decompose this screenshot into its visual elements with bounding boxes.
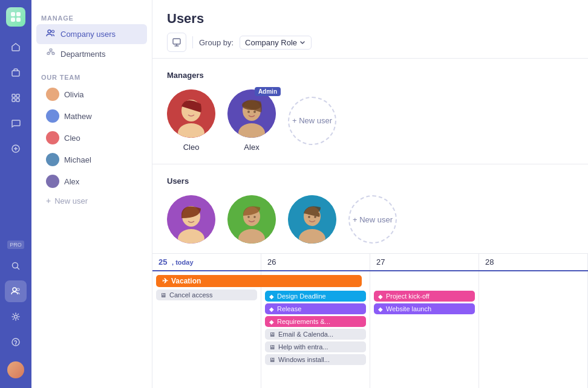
search-nav-icon[interactable] <box>5 255 27 277</box>
svg-point-13 <box>15 315 18 318</box>
svg-point-38 <box>247 216 250 218</box>
managers-row: Cleo <box>167 89 573 152</box>
cal-col-28 <box>479 271 588 388</box>
member-card-alex[interactable]: Admin Alex <box>227 89 276 152</box>
company-users-label: Company users <box>60 30 116 39</box>
users-nav-icon[interactable] <box>5 280 27 302</box>
vacation-icon: ✈ <box>162 277 168 285</box>
users-icon <box>46 28 56 40</box>
mathew-large-avatar <box>227 195 276 244</box>
member-card-mathew[interactable] <box>227 195 276 244</box>
briefcase-nav-icon[interactable] <box>5 62 27 83</box>
svg-rect-3 <box>16 18 21 22</box>
group-by-label: Group by: <box>199 38 234 47</box>
group-by-dropdown[interactable]: Company Role <box>240 36 312 50</box>
new-user-managers-circle[interactable]: + New user <box>288 97 336 145</box>
svg-rect-19 <box>47 53 50 54</box>
sidebar-item-michael[interactable]: Michael <box>36 149 147 170</box>
member-card-michael[interactable] <box>288 195 336 244</box>
mathew-avatar <box>46 109 59 123</box>
chevron-down-icon <box>299 39 306 46</box>
release-26-label: Release <box>277 305 301 312</box>
cancel-access-event[interactable]: 🖥 Cancel access <box>156 289 257 300</box>
cancel-access-label: Cancel access <box>169 291 213 299</box>
monitor-button[interactable] <box>167 33 186 52</box>
cal-day-25: 25 <box>158 257 167 267</box>
settings-nav-icon[interactable] <box>5 306 27 328</box>
departments-icon <box>46 48 56 60</box>
design-deadline-label: Design Deadline <box>277 293 326 300</box>
departments-label: Departments <box>60 50 105 59</box>
sidebar-item-mathew[interactable]: Mathew <box>36 105 147 127</box>
svg-point-39 <box>253 216 256 218</box>
add-nav-icon[interactable] <box>5 138 27 160</box>
users-section: Users <box>152 164 588 254</box>
design-deadline-event[interactable]: ◆ Design Deadline <box>265 291 366 302</box>
new-user-users-card[interactable]: + New user <box>348 195 397 244</box>
cal-header-26: 26 <box>261 254 370 270</box>
calendar-header: 25 , today 26 27 28 <box>152 254 588 271</box>
sidebar-item-olivia[interactable]: Olivia <box>36 83 147 105</box>
alex-large-avatar <box>227 89 276 138</box>
new-user-users-label: + New user <box>353 215 393 224</box>
project-kickoff-label: Project kick-off <box>386 293 430 300</box>
sidebar: MANAGE Company users Departments OUR TEA… <box>31 0 152 388</box>
svg-rect-21 <box>173 39 180 44</box>
website-launch-event[interactable]: ◆ Website launch <box>374 303 475 314</box>
cal-today-label: , today <box>172 259 193 266</box>
sidebar-new-user-button[interactable]: + New user <box>36 192 147 209</box>
release-26-icon: ◆ <box>269 306 274 312</box>
olivia-avatar <box>46 88 59 101</box>
new-user-managers-card[interactable]: + New user <box>288 97 336 145</box>
svg-point-43 <box>308 216 310 218</box>
alex-avatar-wrap: Admin <box>227 89 276 138</box>
cleo-avatar-wrap <box>167 89 215 138</box>
windows-install-event[interactable]: 🖥 Windows install... <box>265 354 366 365</box>
svg-rect-0 <box>11 12 15 16</box>
user-avatar-nav-icon[interactable] <box>5 359 27 381</box>
cal-col-27: ◆ Project kick-off ◆ Website launch <box>370 271 479 388</box>
release-26-event[interactable]: ◆ Release <box>265 303 366 314</box>
email-calendar-icon: 🖥 <box>269 331 275 338</box>
design-deadline-icon: ◆ <box>269 293 274 300</box>
requirements-event[interactable]: ◆ Requirements &... <box>265 316 366 327</box>
michael-large-avatar <box>288 195 336 244</box>
team-section-label: OUR TEAM <box>31 69 152 83</box>
svg-rect-5 <box>12 94 15 97</box>
michael-avatar <box>46 153 59 166</box>
requirements-label: Requirements &... <box>277 318 330 325</box>
help-entra-event[interactable]: 🖥 Help with entra... <box>265 341 366 352</box>
grid-nav-icon[interactable] <box>5 87 27 109</box>
email-calendar-event[interactable]: 🖥 Email & Calenda... <box>265 329 366 340</box>
mathew-name: Mathew <box>64 112 92 121</box>
website-launch-label: Website launch <box>386 305 431 312</box>
home-nav-icon[interactable] <box>5 36 27 58</box>
sidebar-item-company-users[interactable]: Company users <box>36 24 147 44</box>
cal-header-27: 27 <box>370 254 479 270</box>
member-card-cleo[interactable]: Cleo <box>167 89 215 152</box>
sidebar-item-alex[interactable]: Alex <box>36 170 147 192</box>
sidebar-item-cleo[interactable]: Cleo <box>36 127 147 149</box>
svg-point-30 <box>247 111 250 113</box>
help-nav-icon[interactable] <box>5 331 27 353</box>
app-logo[interactable] <box>6 7 25 27</box>
new-user-label: New user <box>54 196 88 205</box>
toolbar: Group by: Company Role <box>167 33 573 52</box>
alex-name: Alex <box>64 177 79 186</box>
svg-point-17 <box>52 30 54 33</box>
new-user-users-circle[interactable]: + New user <box>348 195 397 244</box>
michael-name: Michael <box>64 155 91 164</box>
manage-section-label: MANAGE <box>31 10 152 24</box>
sidebar-item-departments[interactable]: Departments <box>36 44 147 64</box>
managers-label: Managers <box>167 71 573 80</box>
project-kickoff-event[interactable]: ◆ Project kick-off <box>374 291 475 302</box>
svg-rect-1 <box>16 12 21 16</box>
member-card-olivia[interactable] <box>167 195 215 244</box>
cleo-name: Cleo <box>64 134 80 143</box>
page-header: Users Group by: Company Role <box>152 0 588 59</box>
alex-avatar <box>46 175 59 188</box>
vacation-label: Vacation <box>171 277 201 285</box>
svg-point-12 <box>17 288 19 291</box>
cleo-name-label: Cleo <box>183 143 200 152</box>
message-nav-icon[interactable] <box>5 112 27 134</box>
